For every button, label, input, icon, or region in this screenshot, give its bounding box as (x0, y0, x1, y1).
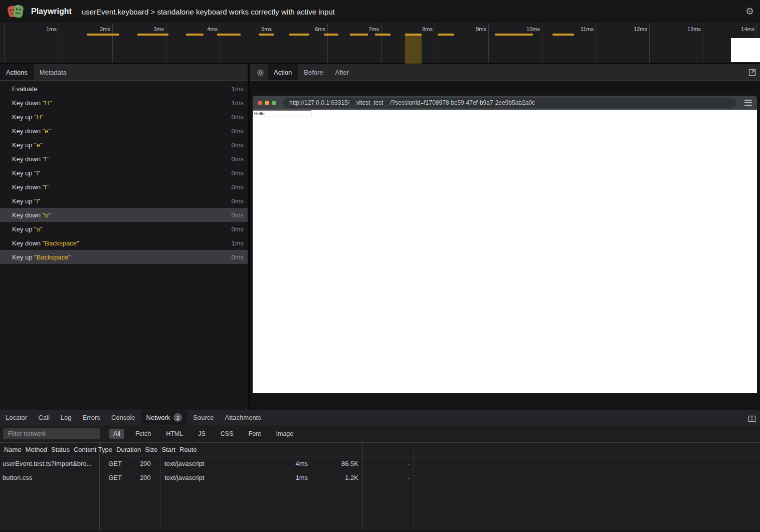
filter-chip[interactable]: All (109, 429, 124, 439)
snapshot-panel: ◎ Action Before After (250, 64, 760, 410)
browser-chrome: http://127.0.0.1:63315/__vitest_test__/?… (253, 96, 757, 110)
action-duration: 0ms (231, 127, 244, 135)
action-duration: 0ms (231, 141, 244, 149)
cell-name: userEvent.test.ts?import&bro... (0, 460, 100, 467)
timeline-gridline (220, 23, 220, 63)
filter-chip[interactable]: Image (272, 429, 298, 439)
bottom-tab[interactable]: Call (33, 410, 55, 425)
action-duration: 0ms (231, 169, 244, 177)
action-row[interactable]: Key down "o" 0ms (0, 208, 248, 222)
timeline-gridline (381, 23, 382, 63)
timeline-tick-label: 6ms (315, 26, 327, 32)
cell-size: 86.5K (312, 460, 363, 467)
timeline-tick-label: 8ms (422, 26, 435, 32)
action-row[interactable]: Key up "H" 0ms (0, 110, 248, 124)
network-count-badge: 2 (173, 413, 182, 422)
timeline-selected-range (405, 34, 422, 64)
bottom-tab[interactable]: Console (106, 410, 141, 425)
page-text-input[interactable] (253, 110, 311, 117)
open-snapshot-external-icon[interactable] (748, 69, 756, 76)
action-row[interactable]: Key down "l" 0ms (0, 180, 248, 194)
filter-chip[interactable]: HTML (162, 429, 187, 439)
action-row[interactable]: Key up "Backspace" 0ms (0, 250, 248, 264)
timeline-gridline (112, 23, 113, 63)
snapshot-tab[interactable]: After (329, 64, 355, 80)
pick-locator-icon[interactable]: ◎ (253, 64, 268, 80)
bottom-tab[interactable]: Locator (0, 410, 33, 425)
actions-panel: Actions Metadata Evaluate 1ms Key down "… (0, 64, 250, 410)
timeline-tick-label: 5ms (261, 26, 274, 32)
action-row[interactable]: Evaluate 1ms (0, 82, 248, 96)
cell-status: 200 (130, 460, 160, 467)
filter-chip[interactable]: JS (194, 429, 210, 439)
action-row[interactable]: Key up "l" 0ms (0, 194, 248, 208)
timeline-tick-label: 3ms (153, 26, 166, 32)
traffic-light-red-icon (258, 101, 262, 105)
actions-panel-tab[interactable]: Metadata (34, 64, 73, 80)
playwright-logo-icon (7, 4, 24, 19)
action-row[interactable]: Key down "e" 0ms (0, 124, 248, 138)
action-row[interactable]: Key up "o" 0ms (0, 222, 248, 236)
action-duration: 0ms (231, 155, 244, 163)
timeline-action-bar (438, 34, 454, 36)
timeline-action-bar (552, 34, 574, 36)
action-duration: 0ms (231, 113, 244, 121)
filter-chip[interactable]: CSS (217, 429, 238, 439)
bottom-tabbar: Locator Call Log Errors Console (0, 410, 760, 425)
timeline-action-bar (186, 34, 204, 36)
filter-chip[interactable]: Fetch (131, 429, 155, 439)
network-row[interactable]: button.css GET 200 text/javascript 1ms 1… (0, 470, 760, 484)
top-header: Playwright userEvent.keyboard > standalo… (0, 0, 760, 23)
timeline-gridline (166, 23, 166, 63)
timeline-action-bar (289, 34, 309, 36)
network-table: Name Method Status Content Type Duration… (0, 442, 760, 530)
timeline[interactable]: 1ms 2ms 3ms 4ms 5ms 6ms 7ms (0, 23, 760, 64)
bottom-tab[interactable]: Network 2 (141, 410, 188, 425)
action-duration: 0ms (231, 253, 244, 261)
action-duration: 0ms (231, 183, 244, 191)
network-row[interactable]: userEvent.test.ts?import&bro... GET 200 … (0, 456, 760, 470)
main-split: Actions Metadata Evaluate 1ms Key down "… (0, 64, 760, 410)
cell-method: GET (100, 474, 130, 481)
action-row[interactable]: Key up "e" 0ms (0, 138, 248, 152)
timeline-action-bar (87, 34, 119, 36)
cell-start: - (363, 460, 414, 467)
action-row[interactable]: Key down "H" 1ms (0, 96, 248, 110)
timeline-tick-label: 2ms (100, 26, 112, 32)
network-filter-input[interactable] (3, 428, 100, 439)
timeline-action-bar (137, 34, 168, 36)
filter-chip[interactable]: Font (245, 429, 265, 439)
action-duration: 1ms (231, 85, 244, 93)
cell-status: 200 (130, 474, 160, 481)
timeline-action-bar (350, 34, 368, 36)
timeline-tick-label: 13ms (687, 26, 703, 32)
film-strip-thumbnail (731, 38, 760, 62)
browser-menu-icon (744, 100, 752, 106)
action-row[interactable]: Key up "l" 0ms (0, 166, 248, 180)
action-row[interactable]: Key down "l" 0ms (0, 152, 248, 166)
bottom-tab[interactable]: Attachments (219, 410, 266, 425)
settings-gear-icon[interactable]: ⚙ (745, 6, 754, 17)
page-url: http://127.0.0.1:63315/__vitest_test__/?… (289, 99, 535, 106)
timeline-gridline (703, 23, 703, 63)
snapshot-tab[interactable]: Before (298, 64, 329, 80)
column-header: Size (141, 446, 157, 453)
network-table-rows: userEvent.test.ts?import&bro... GET 200 … (0, 456, 760, 484)
column-header: Method (22, 446, 47, 453)
column-header: Status (47, 446, 70, 453)
app-title: Playwright (31, 7, 72, 16)
timeline-tick-label: 14ms (741, 26, 756, 32)
bottom-tab[interactable]: Source (187, 410, 219, 425)
split-view-icon[interactable] (748, 415, 756, 423)
timeline-action-bar (495, 34, 533, 36)
timeline-tick-label: 10ms (526, 26, 542, 32)
bottom-tab[interactable]: Errors (77, 410, 105, 425)
column-header: Name (0, 446, 22, 453)
snapshot-tab[interactable]: Action (268, 64, 298, 80)
bottom-tab[interactable]: Log (55, 410, 77, 425)
timeline-gridline (488, 23, 489, 63)
actions-panel-tab[interactable]: Actions (0, 64, 34, 80)
action-row[interactable]: Key down "Backspace" 1ms (0, 236, 248, 250)
action-duration: 1ms (231, 239, 244, 247)
timeline-tick-label: 9ms (476, 26, 488, 32)
